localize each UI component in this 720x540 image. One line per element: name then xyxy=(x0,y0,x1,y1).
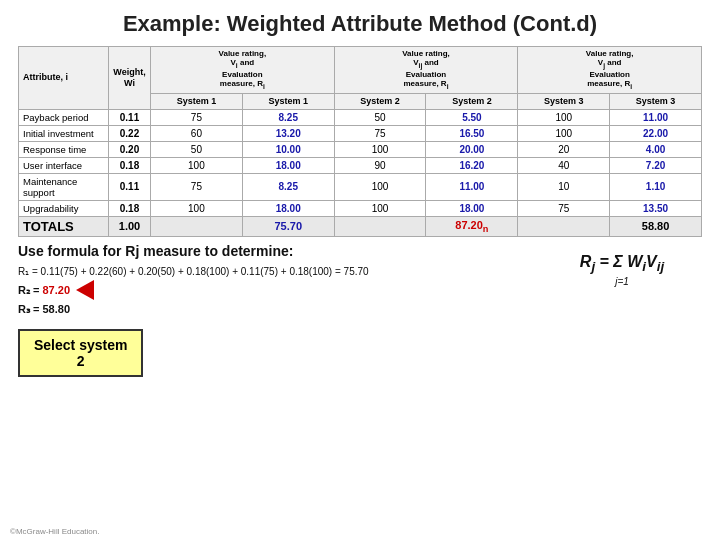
s2-val: 100 xyxy=(334,173,426,200)
table-row: Initial investment 0.22 60 13.20 75 16.5… xyxy=(19,125,702,141)
s3-val: 75 xyxy=(518,200,610,216)
attr-name: Response time xyxy=(19,141,109,157)
col-attribute: Attribute, i xyxy=(19,46,109,109)
attr-weight: 0.20 xyxy=(109,141,151,157)
s3-r: 13.50 xyxy=(610,200,702,216)
s1-val: 60 xyxy=(151,125,243,141)
s1-r-header: System 1 xyxy=(242,93,334,109)
attr-weight: 0.11 xyxy=(109,109,151,125)
weighted-attribute-table: Attribute, i Weight, Wi Value rating,Vi … xyxy=(18,46,702,237)
s1-r: 13.20 xyxy=(242,125,334,141)
s1-val: 100 xyxy=(151,200,243,216)
formula-display-area: Rj = Σ WiVij j=1 xyxy=(542,243,702,287)
col-weight: Weight, Wi xyxy=(109,46,151,109)
system3-header: Value rating,Vj andEvaluationmeasure, Ri xyxy=(518,46,702,93)
s3-val: 10 xyxy=(518,173,610,200)
attr-weight: 0.11 xyxy=(109,173,151,200)
attr-weight: 0.22 xyxy=(109,125,151,141)
s3-r: 22.00 xyxy=(610,125,702,141)
attr-name: User interface xyxy=(19,157,109,173)
totals-s1-empty xyxy=(151,216,243,236)
arrow-icon xyxy=(76,280,94,300)
system1-header: Value rating,Vi andEvaluationmeasure, Ri xyxy=(151,46,335,93)
s2-val: 100 xyxy=(334,141,426,157)
s1-r: 18.00 xyxy=(242,157,334,173)
s3-r: 1.10 xyxy=(610,173,702,200)
totals-weight: 1.00 xyxy=(109,216,151,236)
s2-r: 11.00 xyxy=(426,173,518,200)
s3-val: 100 xyxy=(518,125,610,141)
attr-weight: 0.18 xyxy=(109,200,151,216)
s3-r: 7.20 xyxy=(610,157,702,173)
s2-r: 16.20 xyxy=(426,157,518,173)
attr-name: Payback period xyxy=(19,109,109,125)
table-row: User interface 0.18 100 18.00 90 16.20 4… xyxy=(19,157,702,173)
s2-r-header: System 2 xyxy=(426,93,518,109)
results-section: R₁ = 0.11(75) + 0.22(60) + 0.20(50) + 0.… xyxy=(18,263,532,319)
attr-name: Upgradability xyxy=(19,200,109,216)
rj-formula: Rj = Σ WiVij j=1 xyxy=(580,253,664,287)
s2-r: 16.50 xyxy=(426,125,518,141)
s3-r: 11.00 xyxy=(610,109,702,125)
totals-s3-empty xyxy=(518,216,610,236)
s1-val-header: System 1 xyxy=(151,93,243,109)
totals-s3r: 58.80 xyxy=(610,216,702,236)
s3-val: 100 xyxy=(518,109,610,125)
s1-r: 10.00 xyxy=(242,141,334,157)
formula-intro: Use formula for Rj measure to determine: xyxy=(18,243,532,259)
select-system-box: Select system 2 xyxy=(18,329,143,377)
select-label: Select system xyxy=(34,337,127,353)
s3-val: 20 xyxy=(518,141,610,157)
totals-s1r: 75.70 xyxy=(242,216,334,236)
page-title: Example: Weighted Attribute Method (Cont… xyxy=(18,10,702,38)
s1-r: 18.00 xyxy=(242,200,334,216)
copyright: ©McGraw-Hill Education. xyxy=(10,527,99,536)
s2-val: 50 xyxy=(334,109,426,125)
s2-val: 90 xyxy=(334,157,426,173)
s3-r-header: System 3 xyxy=(610,93,702,109)
attr-name: Initial investment xyxy=(19,125,109,141)
s1-val: 75 xyxy=(151,109,243,125)
select-button-area: Select system 2 xyxy=(18,325,532,377)
r2-result: R₂ = 87.20 xyxy=(18,281,70,300)
s2-r: 20.00 xyxy=(426,141,518,157)
attr-name: Maintenance support xyxy=(19,173,109,200)
s2-val-header: System 2 xyxy=(334,93,426,109)
table-row: Upgradability 0.18 100 18.00 100 18.00 7… xyxy=(19,200,702,216)
s3-val: 40 xyxy=(518,157,610,173)
s3-val-header: System 3 xyxy=(518,93,610,109)
attr-weight: 0.18 xyxy=(109,157,151,173)
s1-val: 100 xyxy=(151,157,243,173)
table-row: Response time 0.20 50 10.00 100 20.00 20… xyxy=(19,141,702,157)
s2-r: 5.50 xyxy=(426,109,518,125)
r3-result: R₃ = 58.80 xyxy=(18,300,532,319)
r1-result: R₁ = 0.11(75) + 0.22(60) + 0.20(50) + 0.… xyxy=(18,263,532,280)
bottom-left-section: Use formula for Rj measure to determine:… xyxy=(18,243,532,377)
table-row: Maintenance support 0.11 75 8.25 100 11.… xyxy=(19,173,702,200)
totals-s2r: 87.20n xyxy=(426,216,518,236)
totals-row: TOTALS 1.00 75.70 87.20n 58.80 xyxy=(19,216,702,236)
s1-val: 50 xyxy=(151,141,243,157)
s1-r: 8.25 xyxy=(242,173,334,200)
totals-s2-empty xyxy=(334,216,426,236)
s1-val: 75 xyxy=(151,173,243,200)
select-number: 2 xyxy=(77,353,85,369)
s2-r: 18.00 xyxy=(426,200,518,216)
s3-r: 4.00 xyxy=(610,141,702,157)
s2-val: 100 xyxy=(334,200,426,216)
s2-val: 75 xyxy=(334,125,426,141)
table-row: Payback period 0.11 75 8.25 50 5.50 100 … xyxy=(19,109,702,125)
s1-r: 8.25 xyxy=(242,109,334,125)
system2-header: Value rating,Vij andEvaluationmeasure, R… xyxy=(334,46,518,93)
r2-row: R₂ = 87.20 xyxy=(18,280,532,300)
totals-label: TOTALS xyxy=(19,216,109,236)
